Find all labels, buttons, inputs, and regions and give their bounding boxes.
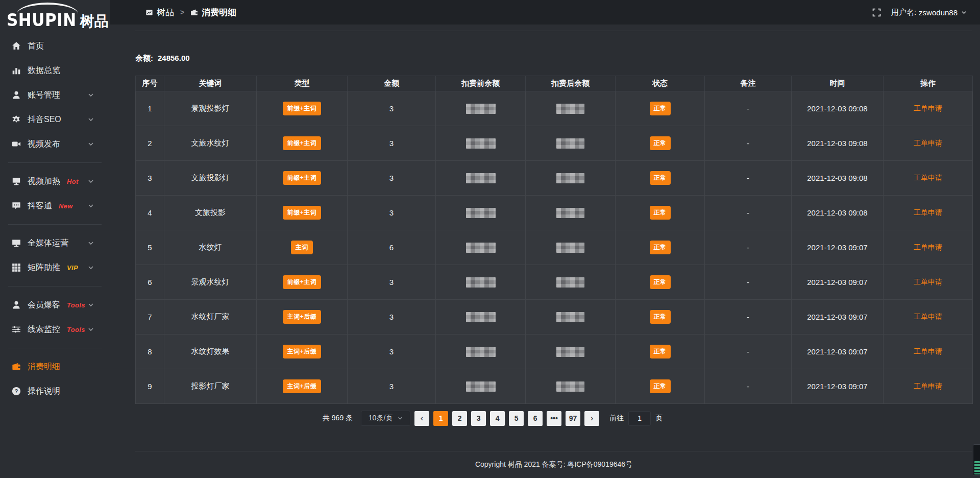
work-order-link[interactable]: 工单申请 [914, 347, 942, 355]
type-badge: 主词+后缀 [283, 345, 322, 358]
type-badge: 前缀+主词 [283, 275, 322, 289]
page-button-6[interactable]: 6 [528, 411, 543, 426]
work-order-link[interactable]: 工单申请 [914, 104, 942, 112]
user-menu[interactable]: 用户名: zswodun88 [891, 8, 967, 17]
chevron-down-icon [88, 92, 94, 98]
monitor-icon [12, 238, 21, 248]
sidebar-item-instructions[interactable]: ?操作说明 [0, 379, 110, 403]
cell-balance-before [436, 334, 526, 369]
sidebar-item-label: 首页 [28, 41, 44, 52]
work-order-link[interactable]: 工单申请 [914, 139, 942, 147]
sidebar-item-data-overview[interactable]: 数据总览 [0, 58, 110, 83]
chevron-down-icon [88, 116, 94, 123]
sidebar-item-badge: VIP [67, 264, 78, 272]
cell-balance-before [436, 196, 526, 230]
work-order-link[interactable]: 工单申请 [914, 382, 942, 390]
sidebar-item-douketong[interactable]: 抖客通New [0, 194, 110, 218]
next-page-button[interactable]: › [584, 411, 599, 426]
video-icon [12, 139, 21, 149]
sidebar-item-label: 数据总览 [28, 65, 60, 76]
cell-no: 2 [136, 126, 164, 161]
cell-status: 正常 [616, 196, 705, 230]
topbar-right: 用户名: zswodun88 [872, 8, 967, 17]
cell-remark: - [705, 230, 792, 265]
sidebar-item-media-operation[interactable]: 全媒体运营 [0, 231, 110, 255]
status-badge: 正常 [650, 275, 671, 289]
cell-keyword: 水纹灯效果 [164, 334, 257, 369]
cell-balance-after [526, 91, 616, 126]
sidebar-item-badge: Tools [67, 301, 85, 309]
table-row: 1景观投影灯前缀+主词3正常-2021-12-03 09:08工单申请 [136, 91, 973, 126]
work-order-link[interactable]: 工单申请 [914, 313, 942, 321]
column-header: 状态 [616, 76, 705, 91]
sidebar-item-account-management[interactable]: 账号管理 [0, 83, 110, 107]
sidebar-item-home[interactable]: 首页 [0, 34, 110, 58]
cell-type: 主词+后缀 [257, 300, 348, 334]
cell-balance-after [526, 196, 616, 230]
masked-balance-after [556, 104, 584, 114]
sidebar: SHUPIN 树品 首页数据总览账号管理抖音SEO视频发布视频加热Hot抖客通N… [0, 0, 110, 478]
status-badge: 正常 [650, 345, 671, 358]
page-button-3[interactable]: 3 [471, 411, 486, 426]
page-button-97[interactable]: 97 [566, 411, 580, 426]
cell-no: 8 [136, 334, 164, 369]
page-size-select[interactable]: 10条/页 [361, 411, 410, 426]
page-ellipsis-button[interactable]: ••• [547, 411, 561, 426]
sidebar-item-video-heating[interactable]: 视频加热Hot [0, 169, 110, 194]
cell-remark: - [705, 369, 792, 404]
prev-page-button[interactable]: ‹ [414, 411, 429, 426]
cell-status: 正常 [616, 91, 705, 126]
type-badge: 前缀+主词 [283, 102, 322, 115]
table-row: 6景观水纹灯前缀+主词3正常-2021-12-03 09:07工单申请 [136, 265, 973, 300]
work-order-link[interactable]: 工单申请 [914, 174, 942, 182]
pagination-total: 共 969 条 [323, 414, 353, 423]
status-badge: 正常 [650, 171, 671, 185]
remark-text: - [747, 313, 749, 321]
sidebar-item-matrix-boost[interactable]: 矩阵助推VIP [0, 255, 110, 280]
breadcrumb-separator: > [180, 8, 184, 16]
sidebar-item-douyin-seo[interactable]: 抖音SEO [0, 107, 110, 132]
cell-no: 9 [136, 369, 164, 404]
sidebar-item-clue-monitor[interactable]: 线索监控Tools [0, 317, 110, 342]
work-order-link[interactable]: 工单申请 [914, 243, 942, 251]
cell-keyword: 景观水纹灯 [164, 265, 257, 300]
goto-page-input[interactable] [628, 411, 651, 426]
cell-time: 2021-12-03 09:07 [792, 369, 884, 404]
scroll-widget[interactable] [973, 444, 980, 476]
fullscreen-icon[interactable] [872, 8, 881, 17]
sidebar-item-video-publish[interactable]: 视频发布 [0, 132, 110, 156]
work-order-link[interactable]: 工单申请 [914, 208, 942, 217]
status-badge: 正常 [650, 241, 671, 254]
sidebar-divider [8, 286, 102, 286]
page-button-4[interactable]: 4 [490, 411, 505, 426]
pagination: 共 969 条10条/页‹123456•••97›前往页 [74, 411, 911, 426]
sidebar-item-badge: New [59, 202, 73, 210]
work-order-link[interactable]: 工单申请 [914, 278, 942, 286]
status-badge: 正常 [650, 136, 671, 150]
screen-icon [12, 177, 21, 186]
breadcrumb-root[interactable]: 树品 [157, 7, 174, 18]
cell-balance-after [526, 126, 616, 161]
page-button-5[interactable]: 5 [509, 411, 524, 426]
sidebar-nav: 首页数据总览账号管理抖音SEO视频发布视频加热Hot抖客通New全媒体运营矩阵助… [0, 32, 110, 403]
masked-balance-before [466, 277, 496, 288]
sidebar-item-member-burst[interactable]: 会员爆客Tools [0, 293, 110, 317]
page-button-1[interactable]: 1 [433, 411, 448, 426]
balance-value: 24856.00 [158, 54, 190, 62]
cell-keyword: 文旅水纹灯 [164, 126, 257, 161]
masked-balance-before [466, 347, 496, 357]
sidebar-item-consumption-detail[interactable]: 消费明细 [0, 354, 110, 379]
cell-keyword: 文旅投影 [164, 196, 257, 230]
cell-status: 正常 [616, 126, 705, 161]
cell-no: 7 [136, 300, 164, 334]
breadcrumb: 树品 > 消费明细 [145, 7, 236, 18]
page-button-2[interactable]: 2 [452, 411, 467, 426]
cell-remark: - [705, 161, 792, 196]
logo[interactable]: SHUPIN 树品 [0, 0, 110, 32]
wallet-icon [12, 362, 21, 371]
status-badge: 正常 [650, 379, 671, 393]
scroll-widget-stripes [974, 461, 980, 474]
cell-balance-after [526, 369, 616, 404]
cell-status: 正常 [616, 300, 705, 334]
masked-balance-before [466, 208, 496, 218]
